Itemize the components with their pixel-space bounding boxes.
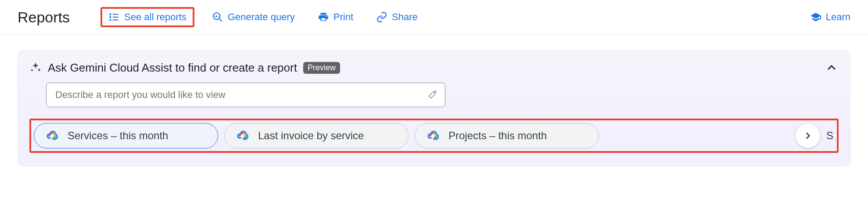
suggestion-chips-highlight: Services – this month Last invoice by se… [29,119,839,153]
gemini-assist-panel: Ask Gemini Cloud Assist to find or creat… [18,51,850,166]
share-label: Share [392,11,418,23]
google-cloud-icon [46,130,61,142]
print-label: Print [334,11,353,23]
panel-header: Ask Gemini Cloud Assist to find or creat… [29,61,839,75]
see-all-reports-highlight: See all reports [100,7,194,27]
suggestion-chip-projects[interactable]: Projects – this month [415,123,599,148]
query-icon [212,11,223,23]
print-icon [318,11,329,23]
google-cloud-icon [427,130,441,142]
overflow-chip-peek: S [826,130,834,142]
scroll-right-button[interactable] [796,123,820,148]
google-cloud-icon [236,130,251,142]
suggestion-chip-services[interactable]: Services – this month [34,123,218,148]
report-search-field[interactable] [54,89,422,101]
magic-wand-icon [427,90,437,100]
suggestion-chip-invoice[interactable]: Last invoice by service [224,123,409,148]
chip-label: Last invoice by service [258,130,364,142]
learn-icon [810,11,821,23]
preview-badge: Preview [303,62,340,74]
see-all-reports-button[interactable]: See all reports [108,11,187,23]
collapse-button[interactable] [825,61,839,75]
page-title: Reports [18,9,70,26]
share-button[interactable]: Share [376,11,418,23]
svg-point-3 [110,14,111,14]
list-icon [108,11,120,23]
see-all-reports-label: See all reports [124,11,187,23]
svg-point-4 [110,17,111,18]
print-button[interactable]: Print [318,11,353,23]
learn-button[interactable]: Learn [810,11,850,23]
chip-label: Services – this month [68,130,168,142]
header-bar: Reports See all reports Generate [0,0,868,35]
learn-label: Learn [826,11,850,23]
header-actions: Generate query Print Share [212,11,418,23]
panel-title: Ask Gemini Cloud Assist to find or creat… [48,61,297,75]
link-icon [376,11,387,23]
report-search-input[interactable] [46,83,445,107]
chevron-right-icon [802,130,814,141]
svg-point-5 [110,19,111,20]
chip-label: Projects – this month [448,130,547,142]
generate-query-label: Generate query [228,11,295,23]
svg-line-7 [219,19,222,21]
sparkle-icon [29,61,42,74]
generate-query-button[interactable]: Generate query [212,11,295,23]
